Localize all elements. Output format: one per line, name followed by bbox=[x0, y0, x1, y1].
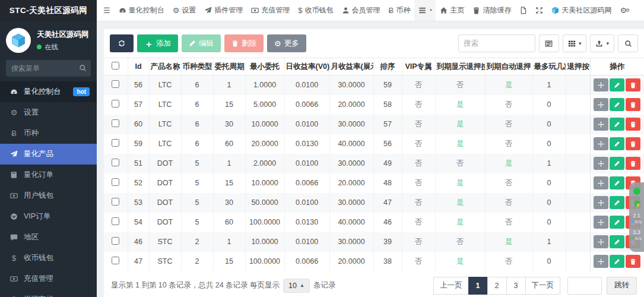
row-edit-button[interactable] bbox=[610, 196, 624, 209]
trash-icon bbox=[472, 7, 480, 14]
nav-item-settings[interactable]: ⚙设置 bbox=[169, 0, 201, 21]
nav-item-members[interactable]: 会员管理 bbox=[338, 0, 385, 21]
move-button[interactable] bbox=[594, 137, 608, 150]
sidebar-item-settings[interactable]: ⚙设置 bbox=[0, 102, 97, 123]
refresh-button[interactable] bbox=[110, 34, 134, 52]
nav-item-clear-cache[interactable]: 清除缓存 bbox=[468, 0, 515, 21]
row-delete-button[interactable] bbox=[626, 157, 640, 170]
move-button[interactable] bbox=[594, 196, 608, 209]
row-checkbox[interactable] bbox=[112, 257, 119, 264]
row-edit-button[interactable] bbox=[610, 118, 624, 131]
sidebar-item-quant-console[interactable]: 量化控制台hot bbox=[0, 81, 97, 102]
sidebar-item-region[interactable]: 地区 bbox=[0, 227, 97, 248]
sidebar-search-input[interactable] bbox=[6, 60, 91, 77]
page-size-dropdown[interactable]: 10 ▲ bbox=[283, 279, 310, 293]
select-all-checkbox[interactable] bbox=[112, 62, 119, 69]
jump-button[interactable]: 跳转 bbox=[607, 277, 637, 295]
more-button[interactable]: ⚙更多 bbox=[267, 34, 306, 52]
move-button[interactable] bbox=[594, 98, 608, 111]
row-checkbox[interactable] bbox=[112, 100, 119, 108]
nav-item-site[interactable]: 天美社区源码网 bbox=[547, 0, 616, 21]
cell-monthly: 30.0000 bbox=[329, 232, 373, 252]
cell-monthly: 40.0000 bbox=[329, 213, 373, 232]
cell-coin_type: 5 bbox=[181, 173, 213, 193]
row-edit-button[interactable] bbox=[610, 176, 624, 189]
cell-vip: 否 bbox=[402, 75, 435, 95]
row-delete-button[interactable] bbox=[626, 78, 640, 91]
page-button-3[interactable]: 3 bbox=[506, 277, 526, 295]
nav-item-quant-console[interactable]: 量化控制台 bbox=[115, 0, 169, 21]
sidebar-item-withdraw-audit[interactable]: 提现审核 bbox=[0, 289, 97, 297]
page-button-1[interactable]: 1 bbox=[468, 277, 488, 295]
sidebar-item-coin-wallet[interactable]: $收币钱包 bbox=[0, 248, 97, 268]
gear-icon: ⚙ bbox=[173, 7, 180, 14]
cell-min: 20.0000 bbox=[245, 134, 284, 154]
row-checkbox[interactable] bbox=[112, 119, 119, 127]
row-edit-button[interactable] bbox=[610, 137, 624, 150]
row-edit-button[interactable] bbox=[610, 235, 624, 248]
move-button[interactable] bbox=[594, 235, 608, 248]
nav-item-cogs[interactable]: ⚙⚙ bbox=[616, 0, 634, 21]
cell-auto: 否 bbox=[485, 252, 532, 271]
search-button[interactable] bbox=[618, 34, 638, 52]
floating-speed-widget[interactable]: 2.1K/s3.3K/s bbox=[629, 182, 644, 252]
nav-item-expand[interactable] bbox=[531, 0, 547, 21]
sidebar-item-quant-products[interactable]: 量化产品 bbox=[0, 144, 97, 165]
row-checkbox[interactable] bbox=[112, 217, 119, 225]
nav-item-home[interactable]: 主页 bbox=[436, 0, 468, 21]
nav-item-coin-wallet[interactable]: $收币钱包 bbox=[294, 0, 337, 21]
row-checkbox[interactable] bbox=[112, 198, 119, 206]
row-delete-button[interactable] bbox=[626, 118, 640, 131]
sidebar-item-vip-orders[interactable]: VIP订单 bbox=[0, 206, 97, 227]
bitcoin-icon: Ƀ bbox=[9, 129, 18, 137]
nav-item-label: 主页 bbox=[450, 5, 464, 15]
nav-item-list-dropdown[interactable]: • bbox=[414, 0, 436, 21]
row-edit-button[interactable] bbox=[610, 216, 624, 229]
cell-auto: 否 bbox=[485, 95, 532, 115]
nav-item-plugins[interactable]: 插件管理 bbox=[200, 0, 247, 21]
row-checkbox[interactable] bbox=[112, 159, 119, 166]
sidebar-item-user-wallet[interactable]: 用户钱包 bbox=[0, 185, 97, 206]
edit-button[interactable]: 编辑 bbox=[182, 34, 221, 52]
page-button-上一页[interactable]: 上一页 bbox=[433, 277, 469, 295]
page-button-2[interactable]: 2 bbox=[487, 277, 507, 295]
move-button[interactable] bbox=[594, 216, 608, 229]
move-button[interactable] bbox=[594, 176, 608, 189]
move-button[interactable] bbox=[594, 118, 608, 131]
table-search-input[interactable] bbox=[458, 34, 535, 52]
row-checkbox[interactable] bbox=[112, 139, 119, 147]
export-button[interactable]: ▾ bbox=[590, 34, 614, 52]
nav-item-coins[interactable]: Ƀ币种 bbox=[385, 0, 415, 21]
speed-value: 3.3 bbox=[632, 229, 642, 236]
page-button-下一页[interactable]: 下一页 bbox=[525, 277, 561, 295]
sidebar-item-recharge[interactable]: 充值管理 bbox=[0, 268, 97, 289]
nav-item-menu-toggle[interactable]: ☰ bbox=[99, 0, 115, 21]
nav-item-page[interactable] bbox=[515, 0, 531, 21]
sidebar-item-coins[interactable]: Ƀ币种 bbox=[0, 123, 97, 144]
cell-show_btn: 是 bbox=[435, 193, 485, 213]
jump-page-input[interactable] bbox=[567, 277, 602, 295]
row-delete-button[interactable] bbox=[626, 98, 640, 111]
cell-show_btn: 否 bbox=[435, 75, 485, 95]
card-view-button[interactable] bbox=[539, 34, 559, 52]
table-row: 59LTC66020.00000.013040.000056否是否0 bbox=[104, 134, 644, 154]
move-button[interactable] bbox=[594, 255, 608, 268]
row-checkbox[interactable] bbox=[112, 178, 119, 186]
add-button[interactable]: ＋添加 bbox=[137, 34, 178, 52]
row-edit-button[interactable] bbox=[610, 98, 624, 111]
move-button[interactable] bbox=[594, 157, 608, 170]
row-checkbox[interactable] bbox=[112, 80, 119, 88]
delete-button[interactable]: 删除 bbox=[224, 34, 264, 52]
columns-button[interactable]: ▾ bbox=[563, 34, 587, 52]
cell-period: 1 bbox=[213, 154, 245, 173]
nav-item-recharge[interactable]: 充值管理 bbox=[247, 0, 294, 21]
move-button[interactable] bbox=[594, 78, 608, 91]
row-checkbox[interactable] bbox=[112, 237, 119, 245]
row-edit-button[interactable] bbox=[610, 157, 624, 170]
row-delete-button[interactable] bbox=[626, 255, 640, 268]
row-edit-button[interactable] bbox=[610, 78, 624, 91]
speed-unit-label: K/s bbox=[635, 236, 642, 241]
row-delete-button[interactable] bbox=[626, 137, 640, 150]
row-edit-button[interactable] bbox=[610, 255, 624, 268]
sidebar-item-quant-orders[interactable]: 量化订单 bbox=[0, 165, 97, 185]
